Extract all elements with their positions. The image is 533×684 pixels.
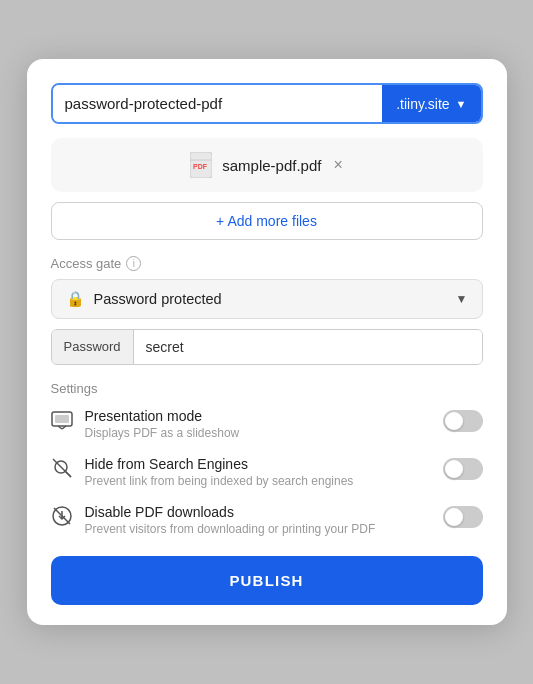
access-gate-arrow-icon: ▼ (456, 292, 468, 306)
url-input[interactable] (53, 85, 383, 122)
domain-button[interactable]: .tiiny.site ▼ (382, 85, 480, 122)
access-gate-label: Access gate i (51, 256, 483, 271)
password-label: Password (52, 330, 134, 364)
access-gate-dropdown-left: 🔒 Password protected (66, 290, 222, 308)
setting-left-presentation: Presentation mode Displays PDF as a slid… (51, 408, 240, 440)
setting-row-download: Disable PDF downloads Prevent visitors f… (51, 504, 483, 536)
lock-icon: 🔒 (66, 290, 85, 308)
password-input[interactable] (134, 330, 482, 364)
toggle-search[interactable] (443, 458, 483, 480)
disable-download-icon (51, 505, 73, 532)
setting-title-download: Disable PDF downloads (85, 504, 376, 520)
domain-label: .tiiny.site (396, 96, 449, 112)
setting-text-search: Hide from Search Engines Prevent link fr… (85, 456, 354, 488)
setting-desc-download: Prevent visitors from downloading or pri… (85, 522, 376, 536)
setting-row-search: Hide from Search Engines Prevent link fr… (51, 456, 483, 488)
setting-row-presentation: Presentation mode Displays PDF as a slid… (51, 408, 483, 440)
access-gate-value: Password protected (94, 291, 222, 307)
setting-desc-search: Prevent link from being indexed by searc… (85, 474, 354, 488)
domain-chevron-icon: ▼ (456, 98, 467, 110)
file-name: sample-pdf.pdf (222, 157, 321, 174)
publish-button[interactable]: PUBLISH (51, 556, 483, 605)
settings-label: Settings (51, 381, 483, 396)
file-box: PDF sample-pdf.pdf × (51, 138, 483, 192)
setting-left-download: Disable PDF downloads Prevent visitors f… (51, 504, 376, 536)
access-gate-text: Access gate (51, 256, 122, 271)
hide-search-icon (51, 457, 73, 484)
setting-text-presentation: Presentation mode Displays PDF as a slid… (85, 408, 240, 440)
url-bar: .tiiny.site ▼ (51, 83, 483, 124)
setting-title-presentation: Presentation mode (85, 408, 240, 424)
presentation-icon (51, 409, 73, 436)
setting-title-search: Hide from Search Engines (85, 456, 354, 472)
pdf-icon: PDF (190, 152, 212, 178)
info-icon[interactable]: i (126, 256, 141, 271)
setting-left-search: Hide from Search Engines Prevent link fr… (51, 456, 354, 488)
toggle-download[interactable] (443, 506, 483, 528)
access-gate-dropdown[interactable]: 🔒 Password protected ▼ (51, 279, 483, 319)
toggle-presentation[interactable] (443, 410, 483, 432)
password-row: Password (51, 329, 483, 365)
modal-container: .tiiny.site ▼ PDF sample-pdf.pdf × + Add… (27, 59, 507, 625)
svg-text:PDF: PDF (193, 163, 208, 170)
remove-file-button[interactable]: × (333, 157, 342, 173)
svg-line-13 (54, 508, 70, 524)
setting-text-download: Disable PDF downloads Prevent visitors f… (85, 504, 376, 536)
setting-desc-presentation: Displays PDF as a slideshow (85, 426, 240, 440)
add-files-button[interactable]: + Add more files (51, 202, 483, 240)
svg-rect-7 (55, 415, 69, 423)
